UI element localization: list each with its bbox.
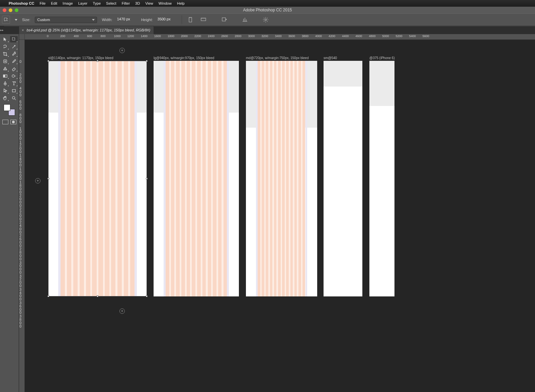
svg-rect-22 [12,38,15,40]
artboard-label[interactable]: lg@940px, w/margin:970px, 150px bleed [154,56,214,60]
artboard-label[interactable]: sm@540 [324,56,337,60]
width-field[interactable]: 1470 px [117,17,137,23]
svg-line-20 [264,21,264,22]
menu-image[interactable]: Image [63,1,73,5]
portrait-orientation-button[interactable] [187,16,195,23]
add-artboard-bottom-button[interactable]: + [119,308,125,314]
add-artboard-top-button[interactable]: + [119,48,125,53]
crop-tool[interactable] [1,51,9,57]
options-bar: Size: Custom Width: 1470 px Height: 3500… [0,13,535,26]
artboard-sm[interactable]: sm@540 [324,61,362,296]
svg-point-32 [12,97,15,99]
size-label: Size: [22,18,30,22]
align-button[interactable] [241,16,249,23]
app-menu[interactable]: Photoshop CC [9,1,34,5]
toolbox-collapse-toggle[interactable]: ▸▸ [0,26,4,34]
svg-line-21 [267,18,267,18]
zoom-tool[interactable] [10,95,18,101]
artboard-label[interactable]: @375 (iPhone 6) [369,56,395,60]
rectangle-tool[interactable] [10,88,18,94]
artboard-lg[interactable]: lg@940px, w/margin:970px, 150px bleed [154,61,239,296]
svg-line-19 [267,21,267,22]
svg-rect-4 [189,17,192,22]
artboard-label[interactable]: md@720px, w/margin:750px, 150px bleed [246,56,309,60]
window-zoom-button[interactable] [15,8,18,12]
menu-filter[interactable]: Filter [122,1,130,5]
gradient-tool[interactable] [1,73,9,79]
selection-outline [48,61,147,296]
menu-edit[interactable]: Edit [51,1,57,5]
toolbox [0,34,19,392]
canvas[interactable]: + + + xl@1140px, w/margin: 1170px, 150px… [25,40,535,392]
height-label: Height: [141,18,153,22]
add-artboard-left-button[interactable]: + [35,178,40,183]
svg-rect-0 [4,18,7,21]
standard-mode-button[interactable] [2,120,8,124]
eyedropper-tool[interactable] [10,51,18,57]
width-label: Width: [102,18,112,22]
document-tab-title: bs4-grid.psd @ 25% (xl@1140px, w/margin:… [26,28,150,32]
svg-rect-6 [222,18,226,21]
landscape-orientation-button[interactable] [199,16,207,23]
clone-stamp-tool[interactable] [1,66,9,72]
svg-point-13 [265,19,266,21]
pen-tool[interactable] [1,80,9,87]
menu-select[interactable]: Select [106,1,116,5]
svg-rect-31 [12,90,15,92]
move-tool[interactable] [1,36,9,42]
quickmask-mode-button[interactable] [10,120,16,124]
size-select[interactable]: Custom [35,17,97,23]
color-swatches[interactable] [4,104,15,116]
window-close-button[interactable] [3,8,6,12]
lasso-tool[interactable] [1,43,9,50]
tool-preset-dropdown-icon[interactable] [15,19,17,21]
svg-rect-27 [3,75,5,78]
menu-3d[interactable]: 3D [135,1,140,5]
document-area: 0200400600800100012001400160018002000220… [19,34,535,392]
artboard-md[interactable]: md@720px, w/margin:750px, 150px bleed [246,61,317,296]
svg-point-30 [5,84,5,84]
workspace: 0200400600800100012001400160018002000220… [0,34,535,392]
vertical-ruler[interactable]: 0200400600800100012001400160018002000220… [19,40,25,392]
settings-button[interactable] [262,16,270,23]
foreground-color-swatch[interactable] [4,104,10,111]
eraser-tool[interactable] [10,66,18,72]
menu-type[interactable]: Type [93,1,101,5]
artboard-label[interactable]: xl@1140px, w/margin: 1170px, 150px bleed [48,56,113,60]
artboard-tool[interactable] [10,36,18,42]
separator [182,15,182,24]
brush-tool[interactable] [10,58,18,64]
window-titlebar[interactable]: Adobe Photoshop CC 2015 [0,7,535,13]
hand-tool[interactable] [1,95,9,101]
mac-menu-bar: Photoshop CC File Edit Image Layer Type … [0,0,535,7]
window-minimize-button[interactable] [9,8,12,12]
height-field[interactable]: 3500 px [158,17,177,23]
document-tab[interactable]: × bs4-grid.psd @ 25% (xl@1140px, w/margi… [19,26,154,34]
healing-brush-tool[interactable] [1,58,9,64]
close-tab-icon[interactable]: × [22,28,24,32]
svg-line-33 [14,99,16,100]
type-tool[interactable] [10,80,18,87]
window-controls [0,8,18,12]
window-title: Adobe Photoshop CC 2015 [0,8,535,12]
current-tool-icon[interactable] [2,16,10,24]
svg-line-18 [264,18,264,18]
menu-window[interactable]: Window [159,1,172,5]
menu-help[interactable]: Help [177,1,185,5]
chevron-down-icon [92,19,95,21]
add-artboard-button[interactable] [220,16,228,23]
magic-wand-tool[interactable] [10,43,18,50]
document-tab-strip: ▸▸ × bs4-grid.psd @ 25% (xl@1140px, w/ma… [0,26,535,34]
artboard-xs[interactable]: @375 (iPhone 6) [369,61,394,296]
dodge-tool[interactable] [10,73,18,79]
svg-point-28 [12,75,14,78]
horizontal-ruler[interactable]: 0200400600800100012001400160018002000220… [25,34,535,40]
path-select-tool[interactable] [1,88,9,94]
size-select-value: Custom [37,18,50,22]
ruler-origin[interactable] [19,34,25,40]
menu-view[interactable]: View [145,1,153,5]
menu-layer[interactable]: Layer [78,1,88,5]
gear-icon [263,17,269,23]
menu-file[interactable]: File [39,1,46,5]
